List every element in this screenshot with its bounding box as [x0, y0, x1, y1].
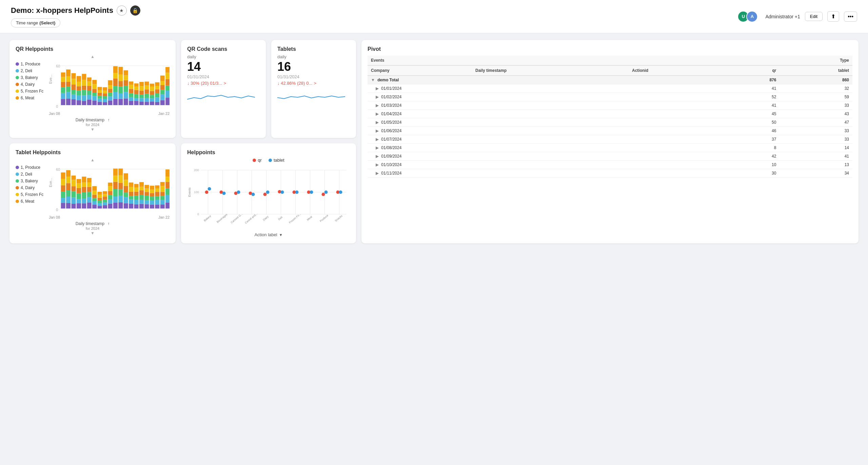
pivot-date-cell: ▶ 01/06/2024 [368, 127, 724, 135]
svg-text:0: 0 [197, 213, 199, 216]
action-label-chevron[interactable]: ▼ [279, 233, 283, 237]
tablet-collapse-icon-top[interactable]: ▲ [16, 158, 170, 162]
svg-rect-126 [165, 91, 170, 98]
svg-point-288 [222, 192, 226, 195]
svg-rect-191 [103, 202, 107, 205]
legend-label: 2, Deli [21, 68, 32, 73]
edit-button[interactable]: Edit [805, 12, 823, 21]
svg-rect-169 [82, 187, 86, 193]
scatter-chart: 0100200EventsBakeryBeveragesCanned G...C… [187, 167, 350, 228]
svg-rect-32 [82, 86, 86, 90]
expand-arrow[interactable]: ▶ [376, 145, 379, 150]
svg-rect-171 [82, 177, 86, 183]
svg-rect-183 [92, 186, 97, 191]
svg-rect-10 [61, 73, 65, 77]
tablets-chevron[interactable]: > [314, 81, 316, 86]
svg-rect-13 [66, 86, 71, 92]
expand-arrow[interactable]: ▶ [376, 162, 379, 167]
svg-rect-15 [66, 76, 71, 82]
legend-item: 4, Dairy [16, 82, 46, 87]
svg-rect-234 [139, 195, 144, 200]
svg-rect-105 [144, 85, 149, 89]
time-range-select: (Select) [39, 20, 55, 25]
table-row: ▶ 01/06/2024 46 33 [368, 127, 852, 135]
main-content: QR Helppoints ▲ 1, Produce2, Deli3, Bake… [0, 33, 868, 250]
tablets-change-count: (28) [297, 81, 305, 86]
collapse-icon-bottom[interactable]: ▼ [16, 127, 170, 132]
svg-rect-120 [160, 94, 165, 100]
pivot-col-events: Events [368, 56, 724, 65]
qr-scans-value: 14 [187, 61, 260, 73]
scatter-label-qr: qr [258, 158, 262, 163]
legend-label: 1, Produce [21, 62, 40, 66]
more-button[interactable]: ••• [844, 12, 857, 22]
legend-item: 1, Produce [16, 165, 46, 170]
svg-rect-156 [71, 191, 76, 198]
scatter-dot-qr [253, 159, 256, 162]
pivot-col-type: Type [724, 56, 852, 65]
expand-arrow[interactable]: ▶ [376, 171, 379, 176]
svg-rect-36 [87, 95, 92, 99]
qr-footer-arrow[interactable]: ↑ [107, 118, 110, 122]
svg-rect-101 [144, 102, 149, 105]
pivot-qr-cell: 41 [724, 84, 780, 93]
expand-arrow[interactable]: ▶ [376, 120, 379, 125]
tablet-footer-label: Daily timestamp [76, 221, 104, 226]
qr-scans-chevron[interactable]: > [223, 81, 226, 86]
star-button[interactable]: ★ [117, 5, 127, 16]
qr-footer-sub: for 2024 [86, 123, 99, 127]
time-range-label: Time range [16, 20, 38, 25]
svg-rect-14 [66, 82, 71, 86]
expand-arrow[interactable]: ▶ [376, 95, 379, 99]
svg-rect-168 [82, 193, 86, 199]
expand-arrow[interactable]: ▶ [376, 154, 379, 159]
svg-text:200: 200 [194, 168, 199, 172]
lock-button[interactable]: 🔒 [130, 5, 140, 16]
collapse-icon-top[interactable]: ▲ [16, 54, 170, 59]
qr-scans-change-count: (20) [201, 81, 209, 86]
svg-rect-8 [61, 82, 65, 87]
tablet-footer-arrow[interactable]: ↑ [107, 221, 110, 226]
legend-dot [16, 62, 19, 66]
svg-text:0: 0 [56, 208, 58, 212]
pivot-tablet-cell: 41 [780, 152, 852, 161]
svg-rect-163 [77, 188, 81, 194]
pivot-table-wrap[interactable]: Events Type Company Daily timestamp Acti… [368, 56, 852, 178]
svg-rect-144 [61, 192, 65, 198]
expand-arrow[interactable]: ▶ [376, 86, 379, 91]
share-button[interactable]: ⬆ [827, 11, 839, 22]
svg-rect-165 [77, 179, 81, 184]
legend-label: 5, Frozen Fc [21, 89, 43, 94]
svg-rect-47 [98, 102, 102, 105]
expand-arrow[interactable]: ▼ [371, 78, 375, 82]
time-range-button[interactable]: Time range (Select) [11, 18, 60, 27]
legend-dot [16, 173, 19, 176]
pivot-tablet-cell: 43 [780, 110, 852, 118]
svg-rect-181 [92, 195, 97, 198]
svg-text:Eve...: Eve... [49, 75, 53, 84]
table-row: ▶ 01/05/2024 50 47 [368, 118, 852, 127]
svg-rect-176 [87, 182, 92, 187]
expand-arrow[interactable]: ▶ [376, 137, 379, 142]
svg-rect-158 [71, 180, 76, 186]
svg-rect-186 [98, 201, 102, 203]
svg-rect-209 [118, 196, 123, 202]
svg-rect-28 [77, 76, 81, 82]
svg-rect-60 [108, 96, 112, 100]
svg-rect-77 [124, 98, 128, 105]
pivot-date-cell: ▶ 01/09/2024 [368, 152, 724, 161]
svg-rect-224 [129, 187, 133, 192]
pivot-date-cell: ▶ 01/01/2024 [368, 84, 724, 93]
pivot-th-daily: Daily timestamp [472, 65, 629, 76]
expand-arrow[interactable]: ▶ [376, 103, 379, 108]
tablet-collapse-icon-bottom[interactable]: ▼ [16, 231, 170, 236]
expand-arrow[interactable]: ▶ [376, 112, 379, 116]
expand-arrow[interactable]: ▶ [376, 128, 379, 133]
legend-label: 5, Frozen Fc [21, 192, 43, 197]
pivot-tablet-cell: 13 [780, 161, 852, 169]
svg-rect-149 [66, 197, 71, 203]
qr-chart-footer: Daily timestamp ↑ for 2024 [16, 118, 170, 127]
svg-rect-100 [139, 82, 144, 86]
legend-item: 5, Frozen Fc [16, 89, 46, 94]
svg-rect-142 [61, 203, 65, 209]
